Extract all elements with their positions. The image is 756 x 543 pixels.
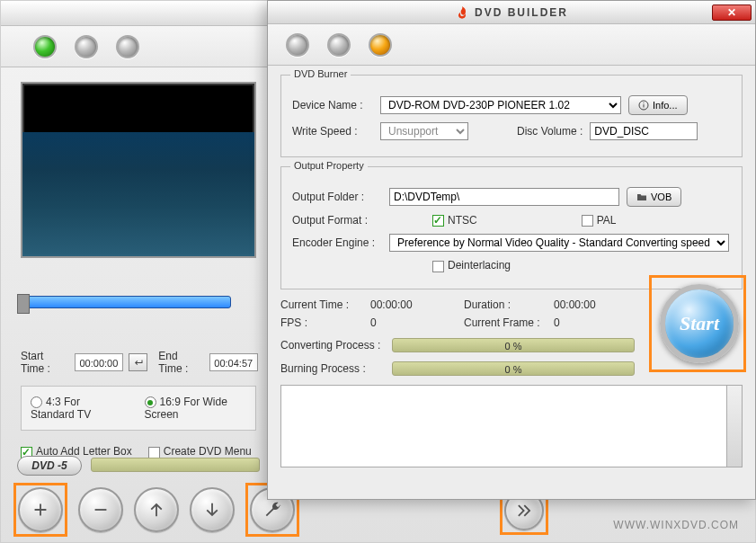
arrow-up-icon <box>147 500 166 520</box>
time-row: Start Time : 00:00:00 End Time : 00:04:5… <box>21 350 258 375</box>
dvd-menu-checkbox[interactable]: Create DVD Menu <box>148 445 252 458</box>
current-frame-value: 0 <box>554 316 635 329</box>
plus-icon <box>31 500 50 520</box>
duration-label: Duration : <box>464 298 543 311</box>
aspect-43-radio[interactable]: 4:3 For Standard TV <box>31 396 127 421</box>
converting-percent: 0 % <box>505 339 522 353</box>
output-property-legend: Output Property <box>290 160 368 171</box>
aspect-169-label: 16:9 For Wide Screen <box>145 396 227 421</box>
deinterlacing-label: Deinterlacing <box>448 259 511 272</box>
device-name-select[interactable]: DVD-ROM DVD-230P PIONEER 1.02 <box>380 96 621 114</box>
add-file-button[interactable] <box>18 487 63 532</box>
pal-checkbox[interactable]: PAL <box>582 214 617 227</box>
burning-progress-bar: 0 % <box>392 361 635 376</box>
duration-value: 00:00:00 <box>554 298 635 311</box>
converting-progress-bar: 0 % <box>392 338 635 352</box>
write-speed-label: Write Speed : <box>292 125 373 138</box>
start-time-label: Start Time : <box>21 350 69 375</box>
return-icon <box>133 357 144 368</box>
output-property-panel: Output Property Output Folder : VOB Outp… <box>280 166 743 289</box>
preview-area: Start Time : 00:00:00 End Time : 00:04:5… <box>21 82 258 458</box>
arrow-down-icon <box>202 500 222 520</box>
info-icon <box>638 100 649 111</box>
device-name-label: Device Name : <box>292 99 373 111</box>
encoder-engine-select[interactable]: Preference by Normal Video Quality - Sta… <box>389 234 729 252</box>
write-speed-select[interactable]: Unsupport <box>380 122 468 140</box>
burning-label: Burning Process : <box>280 362 385 375</box>
builder-led-1[interactable] <box>286 33 309 57</box>
folder-icon <box>636 192 647 201</box>
output-folder-label: Output Folder : <box>292 191 382 203</box>
disc-capacity-bar <box>91 458 260 472</box>
converting-label: Converting Process : <box>280 339 385 352</box>
builder-led-3[interactable] <box>369 33 392 57</box>
move-up-button[interactable] <box>134 487 179 532</box>
window-title-text: DVD BUILDER <box>475 6 568 19</box>
footer-url: WWW.WINXDVD.COM <box>613 519 739 531</box>
disc-volume-input[interactable] <box>590 122 698 140</box>
window-title: DVD BUILDER <box>455 5 568 20</box>
fps-label: FPS : <box>280 316 360 329</box>
log-scrollbar-thumb[interactable] <box>729 387 740 400</box>
start-time-input[interactable]: 00:00:00 <box>75 353 123 371</box>
highlight-add <box>13 483 67 537</box>
deinterlacing-checkbox[interactable]: Deinterlacing <box>432 259 511 272</box>
remove-file-button[interactable] <box>78 487 123 532</box>
svg-rect-1 <box>644 104 645 108</box>
aspect-ratio-group: 4:3 For Standard TV 16:9 For Wide Screen <box>21 386 256 431</box>
end-time-input[interactable]: 00:04:57 <box>209 353 258 371</box>
info-label: Info... <box>653 100 678 111</box>
bottom-toolbar <box>13 483 299 537</box>
log-textarea[interactable] <box>280 385 743 467</box>
dvd-type-badge[interactable]: DVD -5 <box>17 456 82 476</box>
video-preview[interactable] <box>21 82 256 258</box>
wrench-icon <box>262 500 282 520</box>
ntsc-checkbox[interactable]: NTSC <box>432 214 477 227</box>
dvd-burner-legend: DVD Burner <box>290 68 351 79</box>
disc-volume-label: Disc Volume : <box>517 125 583 138</box>
output-format-label: Output Format : <box>292 214 382 227</box>
start-button[interactable]: Start <box>660 284 739 363</box>
double-chevron-right-icon <box>514 501 534 521</box>
fps-value: 0 <box>370 316 451 329</box>
mode-led-2[interactable] <box>75 35 98 58</box>
flame-icon <box>455 5 469 20</box>
seek-slider[interactable] <box>21 296 231 308</box>
device-info-button[interactable]: Info... <box>628 95 688 115</box>
encoder-engine-label: Encoder Engine : <box>292 236 382 249</box>
output-folder-input[interactable] <box>389 188 619 206</box>
end-time-label: End Time : <box>158 350 203 375</box>
vob-label: VOB <box>651 191 672 202</box>
burning-percent: 0 % <box>505 362 522 377</box>
aspect-169-radio[interactable]: 16:9 For Wide Screen <box>145 396 246 421</box>
dvd-builder-title-bar: DVD BUILDER ✕ <box>268 1 755 24</box>
svg-rect-2 <box>644 102 645 103</box>
preview-frame-image <box>22 132 254 256</box>
close-button[interactable]: ✕ <box>712 4 752 21</box>
minus-icon <box>91 500 111 520</box>
dvd-builder-window: DVD BUILDER ✕ DVD Burner Device Name : D… <box>267 0 756 500</box>
move-down-button[interactable] <box>190 487 235 532</box>
dvd-menu-label: Create DVD Menu <box>164 445 252 458</box>
ntsc-label: NTSC <box>448 214 477 227</box>
current-frame-label: Current Frame : <box>464 316 543 329</box>
current-time-label: Current Time : <box>280 298 360 311</box>
mode-led-1[interactable] <box>33 35 57 58</box>
builder-mode-bar <box>268 24 755 66</box>
dvd-burner-panel: DVD Burner Device Name : DVD-ROM DVD-230… <box>280 75 743 157</box>
browse-vob-button[interactable]: VOB <box>627 187 681 207</box>
builder-led-2[interactable] <box>327 33 351 57</box>
mode-led-3[interactable] <box>116 35 139 58</box>
set-start-time-button[interactable] <box>129 353 147 371</box>
current-time-value: 00:00:00 <box>370 298 451 311</box>
pal-label: PAL <box>597 214 617 227</box>
